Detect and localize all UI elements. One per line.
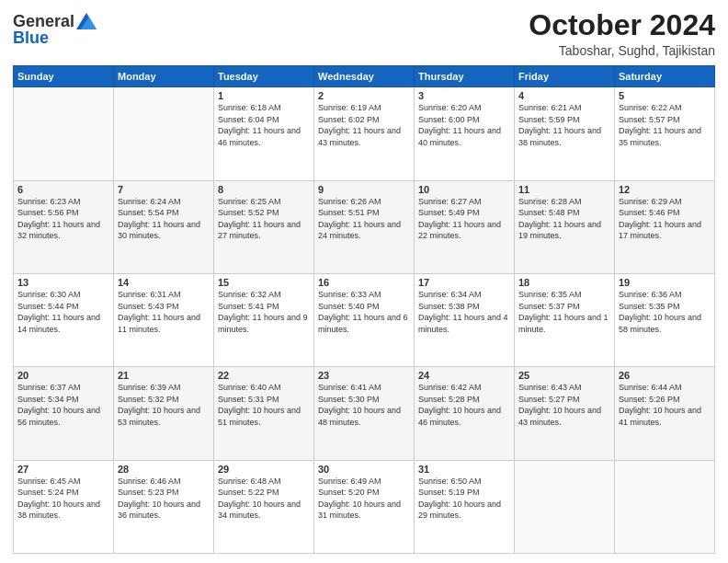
calendar-cell: 27Sunrise: 6:45 AMSunset: 5:24 PMDayligh… (14, 460, 114, 553)
day-number: 10 (418, 184, 510, 195)
day-number: 24 (418, 370, 510, 381)
calendar-cell (615, 460, 715, 553)
title-block: October 2024 Taboshar, Sughd, Tajikistan (529, 9, 715, 58)
day-info: Sunrise: 6:34 AMSunset: 5:38 PMDaylight:… (418, 289, 510, 335)
calendar-cell: 18Sunrise: 6:35 AMSunset: 5:37 PMDayligh… (515, 273, 615, 366)
col-header-tuesday: Tuesday (214, 66, 314, 87)
title-location: Taboshar, Sughd, Tajikistan (529, 43, 715, 58)
calendar-cell: 1Sunrise: 6:18 AMSunset: 6:04 PMDaylight… (214, 87, 314, 180)
day-info: Sunrise: 6:49 AMSunset: 5:20 PMDaylight:… (318, 476, 410, 522)
calendar-cell: 5Sunrise: 6:22 AMSunset: 5:57 PMDaylight… (615, 87, 715, 180)
day-number: 30 (318, 464, 410, 475)
day-info: Sunrise: 6:48 AMSunset: 5:22 PMDaylight:… (218, 476, 310, 522)
day-number: 2 (318, 90, 410, 101)
calendar-cell: 15Sunrise: 6:32 AMSunset: 5:41 PMDayligh… (214, 273, 314, 366)
col-header-saturday: Saturday (615, 66, 715, 87)
day-number: 3 (418, 90, 510, 101)
day-number: 26 (619, 370, 711, 381)
calendar-cell: 25Sunrise: 6:43 AMSunset: 5:27 PMDayligh… (515, 367, 615, 460)
calendar-cell: 14Sunrise: 6:31 AMSunset: 5:43 PMDayligh… (114, 273, 214, 366)
day-info: Sunrise: 6:31 AMSunset: 5:43 PMDaylight:… (118, 289, 210, 335)
day-info: Sunrise: 6:18 AMSunset: 6:04 PMDaylight:… (218, 102, 310, 148)
calendar-cell: 24Sunrise: 6:42 AMSunset: 5:28 PMDayligh… (415, 367, 515, 460)
calendar-cell: 4Sunrise: 6:21 AMSunset: 5:59 PMDaylight… (515, 87, 615, 180)
day-info: Sunrise: 6:50 AMSunset: 5:19 PMDaylight:… (418, 476, 510, 522)
day-info: Sunrise: 6:35 AMSunset: 5:37 PMDaylight:… (518, 289, 610, 335)
day-number: 6 (17, 184, 109, 195)
day-info: Sunrise: 6:45 AMSunset: 5:24 PMDaylight:… (17, 476, 109, 522)
day-info: Sunrise: 6:46 AMSunset: 5:23 PMDaylight:… (118, 476, 210, 522)
day-number: 22 (218, 370, 310, 381)
col-header-wednesday: Wednesday (314, 66, 415, 87)
day-info: Sunrise: 6:24 AMSunset: 5:54 PMDaylight:… (118, 196, 210, 242)
calendar-table: SundayMondayTuesdayWednesdayThursdayFrid… (13, 65, 715, 554)
calendar-cell: 22Sunrise: 6:40 AMSunset: 5:31 PMDayligh… (214, 367, 314, 460)
day-info: Sunrise: 6:36 AMSunset: 5:35 PMDaylight:… (619, 289, 711, 335)
calendar-cell: 13Sunrise: 6:30 AMSunset: 5:44 PMDayligh… (14, 273, 114, 366)
day-number: 19 (619, 277, 711, 288)
day-number: 5 (619, 90, 711, 101)
day-number: 20 (17, 370, 109, 381)
col-header-thursday: Thursday (415, 66, 515, 87)
col-header-sunday: Sunday (14, 66, 114, 87)
calendar-cell: 20Sunrise: 6:37 AMSunset: 5:34 PMDayligh… (14, 367, 114, 460)
calendar-cell: 19Sunrise: 6:36 AMSunset: 5:35 PMDayligh… (615, 273, 715, 366)
calendar-week-row: 6Sunrise: 6:23 AMSunset: 5:56 PMDaylight… (14, 180, 715, 273)
day-number: 7 (118, 184, 210, 195)
day-number: 12 (619, 184, 711, 195)
calendar-cell: 6Sunrise: 6:23 AMSunset: 5:56 PMDaylight… (14, 180, 114, 273)
calendar-cell (14, 87, 114, 180)
day-number: 15 (218, 277, 310, 288)
calendar-cell (515, 460, 615, 553)
calendar-cell: 3Sunrise: 6:20 AMSunset: 6:00 PMDaylight… (415, 87, 515, 180)
page: General Blue October 2024 Taboshar, Sugh… (0, 0, 728, 563)
day-info: Sunrise: 6:26 AMSunset: 5:51 PMDaylight:… (318, 196, 410, 242)
calendar-cell: 12Sunrise: 6:29 AMSunset: 5:46 PMDayligh… (615, 180, 715, 273)
day-info: Sunrise: 6:42 AMSunset: 5:28 PMDaylight:… (418, 382, 510, 428)
calendar-cell: 21Sunrise: 6:39 AMSunset: 5:32 PMDayligh… (114, 367, 214, 460)
calendar-cell: 8Sunrise: 6:25 AMSunset: 5:52 PMDaylight… (214, 180, 314, 273)
calendar-week-row: 1Sunrise: 6:18 AMSunset: 6:04 PMDaylight… (14, 87, 715, 180)
day-info: Sunrise: 6:27 AMSunset: 5:49 PMDaylight:… (418, 196, 510, 242)
calendar-cell: 30Sunrise: 6:49 AMSunset: 5:20 PMDayligh… (314, 460, 415, 553)
day-info: Sunrise: 6:37 AMSunset: 5:34 PMDaylight:… (17, 382, 109, 428)
day-info: Sunrise: 6:20 AMSunset: 6:00 PMDaylight:… (418, 102, 510, 148)
day-number: 23 (318, 370, 410, 381)
day-info: Sunrise: 6:23 AMSunset: 5:56 PMDaylight:… (17, 196, 109, 242)
day-info: Sunrise: 6:43 AMSunset: 5:27 PMDaylight:… (518, 382, 610, 428)
day-number: 13 (17, 277, 109, 288)
logo: General Blue (13, 9, 97, 46)
day-info: Sunrise: 6:33 AMSunset: 5:40 PMDaylight:… (318, 289, 410, 335)
day-number: 14 (118, 277, 210, 288)
calendar-cell: 26Sunrise: 6:44 AMSunset: 5:26 PMDayligh… (615, 367, 715, 460)
day-number: 16 (318, 277, 410, 288)
day-info: Sunrise: 6:25 AMSunset: 5:52 PMDaylight:… (218, 196, 310, 242)
logo-icon (76, 13, 97, 29)
day-info: Sunrise: 6:39 AMSunset: 5:32 PMDaylight:… (118, 382, 210, 428)
calendar-cell: 31Sunrise: 6:50 AMSunset: 5:19 PMDayligh… (415, 460, 515, 553)
calendar-cell: 16Sunrise: 6:33 AMSunset: 5:40 PMDayligh… (314, 273, 415, 366)
day-info: Sunrise: 6:21 AMSunset: 5:59 PMDaylight:… (518, 102, 610, 148)
day-number: 4 (518, 90, 610, 101)
day-info: Sunrise: 6:22 AMSunset: 5:57 PMDaylight:… (619, 102, 711, 148)
day-info: Sunrise: 6:19 AMSunset: 6:02 PMDaylight:… (318, 102, 410, 148)
day-info: Sunrise: 6:28 AMSunset: 5:48 PMDaylight:… (518, 196, 610, 242)
calendar-cell: 23Sunrise: 6:41 AMSunset: 5:30 PMDayligh… (314, 367, 415, 460)
calendar-header-row: SundayMondayTuesdayWednesdayThursdayFrid… (14, 66, 715, 87)
logo-blue-text: Blue (13, 29, 49, 46)
day-number: 28 (118, 464, 210, 475)
header: General Blue October 2024 Taboshar, Sugh… (13, 9, 715, 58)
col-header-friday: Friday (515, 66, 615, 87)
day-number: 21 (118, 370, 210, 381)
calendar-cell: 17Sunrise: 6:34 AMSunset: 5:38 PMDayligh… (415, 273, 515, 366)
day-info: Sunrise: 6:40 AMSunset: 5:31 PMDaylight:… (218, 382, 310, 428)
day-number: 31 (418, 464, 510, 475)
day-info: Sunrise: 6:29 AMSunset: 5:46 PMDaylight:… (619, 196, 711, 242)
logo-general-text: General (13, 13, 74, 29)
title-month: October 2024 (529, 9, 715, 41)
calendar-cell: 28Sunrise: 6:46 AMSunset: 5:23 PMDayligh… (114, 460, 214, 553)
day-info: Sunrise: 6:30 AMSunset: 5:44 PMDaylight:… (17, 289, 109, 335)
calendar-cell: 10Sunrise: 6:27 AMSunset: 5:49 PMDayligh… (415, 180, 515, 273)
day-number: 29 (218, 464, 310, 475)
calendar-week-row: 27Sunrise: 6:45 AMSunset: 5:24 PMDayligh… (14, 460, 715, 553)
